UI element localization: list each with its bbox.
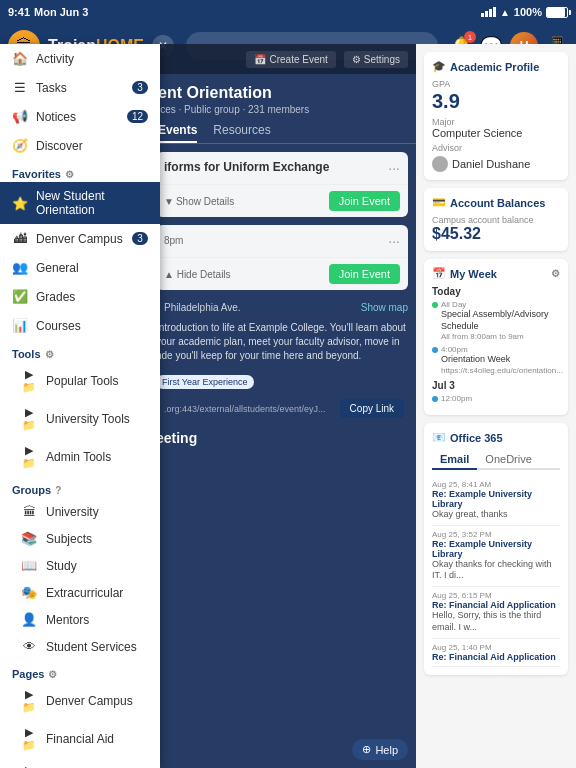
event-card-menu-1[interactable]: ···: [388, 160, 400, 176]
help-button[interactable]: ⊕ Help: [352, 739, 408, 760]
email-from-2: Re: Financial Aid Application: [432, 600, 560, 610]
office365-title: 📧 Office 365: [432, 431, 560, 444]
today-section: Today All Day Special Assembly/Advisory …: [432, 286, 560, 375]
folder-icon: ▶ 📁: [20, 764, 38, 768]
right-sidebar: 🎓 Academic Profile GPA 3.9 Major Compute…: [416, 44, 576, 768]
join-event-button-2[interactable]: Join Event: [329, 264, 400, 284]
event-detail-0: All from 8:00am to 9am: [441, 332, 560, 341]
tab-onedrive[interactable]: OneDrive: [477, 450, 539, 468]
major-value: Computer Science: [432, 127, 560, 139]
create-event-button[interactable]: 📅 Create Event: [246, 51, 335, 68]
battery-percent: 100%: [514, 6, 542, 18]
sidebar-item-denver-campus[interactable]: 🏙 Denver Campus 3: [0, 224, 160, 253]
event-card-menu-2[interactable]: ···: [388, 233, 400, 249]
calendar-icon: 📅: [254, 54, 266, 65]
tab-events[interactable]: Events: [158, 119, 197, 143]
nav-discover[interactable]: 🧭 Discover: [0, 131, 160, 160]
email-item-2[interactable]: Aug 25, 6:15 PM Re: Financial Aid Applic…: [432, 587, 560, 638]
show-details-button-1[interactable]: ▼ Show Details: [164, 196, 234, 207]
sidebar: 🏠 Activity ☰ Tasks 3 📢 Notices 12 🧭 Disc…: [0, 44, 160, 768]
folder-icon: ▶ 📁: [20, 368, 38, 394]
activity-icon: 🏠: [12, 51, 28, 66]
description: Introduction to life at Example College.…: [148, 317, 416, 367]
tag-row: First Year Experience: [148, 367, 416, 393]
sidebar-item-university[interactable]: 🏛 University: [0, 498, 160, 525]
jul3-label: Jul 3: [432, 380, 560, 391]
nav-tasks[interactable]: ☰ Tasks 3: [0, 73, 160, 102]
advisor-row: Daniel Dushane: [432, 156, 560, 172]
sidebar-item-financial-aid[interactable]: ▶ 📁 Financial Aid: [0, 720, 160, 758]
study-icon: 📖: [20, 558, 38, 573]
today-label: Today: [432, 286, 560, 297]
folder-icon: ▶ 📁: [20, 688, 38, 714]
center-top-bar: 📅 Create Event ⚙ Settings: [148, 44, 416, 74]
tab-resources[interactable]: Resources: [213, 119, 270, 143]
email-preview-0: Okay great, thanks: [432, 509, 560, 521]
nav-activity[interactable]: 🏠 Activity: [0, 44, 160, 73]
account-balances-title: 💳 Account Balances: [432, 196, 560, 209]
jul3-event: 12:00pm: [432, 394, 560, 403]
event-card-1: iforms for Uniform Exchange ··· ▼ Show D…: [156, 152, 408, 217]
academic-icon: 🎓: [432, 60, 446, 73]
location-text: Philadelphia Ave.: [156, 300, 249, 315]
tools-settings-icon[interactable]: ⚙: [45, 349, 54, 360]
pages-settings-icon[interactable]: ⚙: [48, 669, 57, 680]
email-item-3[interactable]: Aug 25, 1:40 PM Re: Financial Aid Applic…: [432, 639, 560, 667]
wallet-icon: 💳: [432, 196, 446, 209]
event-card-2: 8pm ··· ▲ Hide Details Join Event: [156, 225, 408, 290]
date: Mon Jun 3: [34, 6, 88, 18]
groups-help-icon[interactable]: ?: [55, 485, 61, 496]
my-week-widget: 📅 My Week ⚙ Today All Day Special Assemb…: [424, 259, 568, 415]
gear-icon: ⚙: [352, 54, 361, 65]
event-tag: First Year Experience: [156, 375, 254, 389]
my-week-settings-icon[interactable]: ⚙: [551, 268, 560, 279]
wifi-icon: ▲: [500, 7, 510, 18]
sidebar-item-subjects[interactable]: 📚 Subjects: [0, 525, 160, 552]
sidebar-item-student-services[interactable]: 👁 Student Services: [0, 633, 160, 660]
nav-notices[interactable]: 📢 Notices 12: [0, 102, 160, 131]
tab-email[interactable]: Email: [432, 450, 477, 470]
sidebar-item-admin-tools[interactable]: ▶ 📁 Admin Tools: [0, 438, 160, 476]
battery-icon: [546, 7, 568, 18]
show-map-button[interactable]: Show map: [361, 302, 408, 313]
advisor-avatar: [432, 156, 448, 172]
sidebar-item-freshman-pages[interactable]: ▶ 📁 Freshman Pages: [0, 758, 160, 768]
sidebar-item-study[interactable]: 📖 Study: [0, 552, 160, 579]
pages-section-header: Pages ⚙: [0, 660, 160, 682]
email-item-1[interactable]: Aug 25, 3:52 PM Re: Example University L…: [432, 526, 560, 587]
sidebar-item-courses[interactable]: 📊 Courses: [0, 311, 160, 340]
settings-button[interactable]: ⚙ Settings: [344, 51, 408, 68]
sidebar-item-popular-tools[interactable]: ▶ 📁 Popular Tools: [0, 362, 160, 400]
balance-amount: $45.32: [432, 225, 560, 243]
favorites-settings-icon[interactable]: ⚙: [65, 169, 74, 180]
email-from-0: Re: Example University Library: [432, 489, 560, 509]
hide-details-button-2[interactable]: ▲ Hide Details: [164, 269, 231, 280]
sidebar-item-denver-campus-page[interactable]: ▶ 📁 Denver Campus: [0, 682, 160, 720]
my-week-title: 📅 My Week ⚙: [432, 267, 560, 280]
next-event-title: eeting: [148, 424, 416, 452]
week-event-1: 4:00pm Orientation Week https://t.s4olle…: [432, 345, 560, 375]
discover-icon: 🧭: [12, 138, 28, 153]
time: 9:41: [8, 6, 30, 18]
event-title-0: Special Assembly/Advisory Schedule: [441, 309, 560, 332]
week-event-0: All Day Special Assembly/Advisory Schedu…: [432, 300, 560, 341]
email-list: Aug 25, 8:41 AM Re: Example University L…: [432, 476, 560, 666]
university-icon: 🏛: [20, 504, 38, 519]
sidebar-item-new-student-orientation[interactable]: ⭐ New Student Orientation: [0, 182, 160, 224]
group-meta: ices · Public group · 231 members: [158, 104, 406, 115]
signal-icon: [481, 7, 496, 17]
advisor-name: Daniel Dushane: [452, 158, 530, 170]
group-header: ent Orientation ices · Public group · 23…: [148, 74, 416, 119]
folder-icon: ▶ 📁: [20, 726, 38, 752]
join-event-button-1[interactable]: Join Event: [329, 191, 400, 211]
center-tabs: Events Resources: [148, 119, 416, 144]
account-balances-widget: 💳 Account Balances Campus account balanc…: [424, 188, 568, 251]
sidebar-item-mentors[interactable]: 👤 Mentors: [0, 606, 160, 633]
sidebar-item-grades[interactable]: ✅ Grades: [0, 282, 160, 311]
sidebar-item-extracurricular[interactable]: 🎭 Extracurricular: [0, 579, 160, 606]
sidebar-item-university-tools[interactable]: ▶ 📁 University Tools: [0, 400, 160, 438]
sidebar-item-general[interactable]: 👥 General: [0, 253, 160, 282]
copy-link-button[interactable]: Copy Link: [340, 399, 404, 418]
email-item-0[interactable]: Aug 25, 8:41 AM Re: Example University L…: [432, 476, 560, 526]
event-detail-1: https://t.s4olleg.edu/c/orientation...: [441, 366, 563, 375]
